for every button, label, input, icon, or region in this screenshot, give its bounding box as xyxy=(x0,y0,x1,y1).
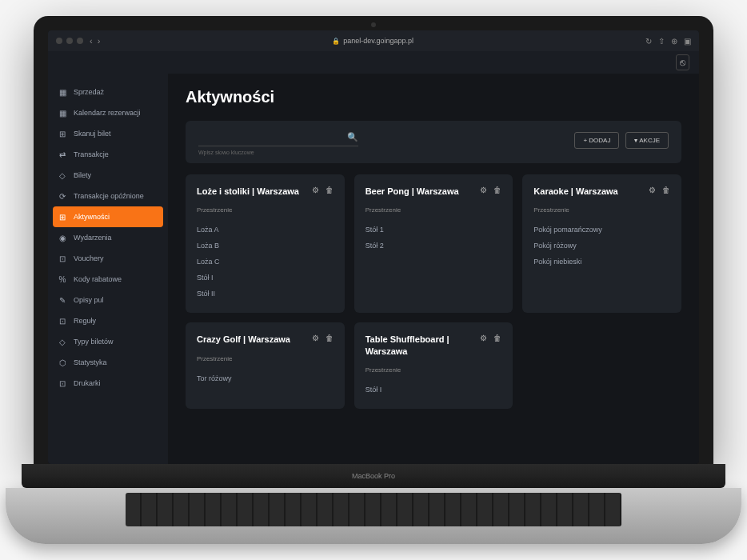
space-item[interactable]: Loża A xyxy=(197,222,334,238)
trash-icon[interactable]: 🗑 xyxy=(493,186,501,194)
add-button[interactable]: + DODAJ xyxy=(574,132,619,149)
sidebar-item-3[interactable]: ⇄Transakcje xyxy=(48,144,168,165)
sidebar-item-label: Statystyka xyxy=(74,358,107,366)
activity-card: Table Shuffleboard | Warszawa⚙🗑Przestrze… xyxy=(354,322,513,409)
tabs-icon[interactable]: ▣ xyxy=(684,37,691,46)
laptop-hinge: MacBook Pro xyxy=(22,464,725,488)
sidebar-icon: ⬡ xyxy=(58,358,67,367)
browser-chrome: ‹ › 🔒 panel-dev.goingapp.pl ↻ ⇧ ⊕ ▣ xyxy=(48,30,699,51)
sidebar-icon: ◉ xyxy=(58,233,67,242)
space-item[interactable]: Pokój pomarańczowy xyxy=(533,222,670,238)
trash-icon[interactable]: 🗑 xyxy=(326,334,334,342)
space-item[interactable]: Stół I xyxy=(366,382,502,398)
sidebar-icon: ◇ xyxy=(58,170,67,180)
sidebar-item-11[interactable]: ⊡Reguły xyxy=(48,310,168,331)
sidebar-item-9[interactable]: %Kody rabatowe xyxy=(48,269,168,290)
gear-icon[interactable]: ⚙ xyxy=(312,334,319,342)
space-item[interactable]: Loża C xyxy=(197,254,334,270)
sidebar-item-label: Kody rabatowe xyxy=(74,275,122,283)
back-button[interactable]: ‹ xyxy=(90,36,93,46)
sidebar-item-2[interactable]: ⊞Skanuj bilet xyxy=(48,123,168,144)
device-label: MacBook Pro xyxy=(352,472,395,480)
sidebar-item-label: Aktywności xyxy=(74,213,110,221)
sidebar-item-label: Vouchery xyxy=(74,254,104,262)
card-title: Table Shuffleboard | Warszawa xyxy=(366,334,481,357)
url-text: panel-dev.goingapp.pl xyxy=(343,37,413,45)
sidebar-item-label: Skanuj bilet xyxy=(74,130,111,138)
activity-card: Loże i stoliki | Warszawa⚙🗑PrzestrzenieL… xyxy=(186,174,345,313)
sidebar-item-10[interactable]: ✎Opisy pul xyxy=(48,290,168,310)
gear-icon[interactable]: ⚙ xyxy=(312,186,319,194)
space-item[interactable]: Stół 2 xyxy=(366,238,502,254)
sidebar-item-12[interactable]: ◇Typy biletów xyxy=(48,331,168,352)
sidebar-item-label: Drukarki xyxy=(74,379,101,387)
laptop-frame: ‹ › 🔒 panel-dev.goingapp.pl ↻ ⇧ ⊕ ▣ ⎋ ▦S… xyxy=(34,16,713,464)
sidebar-icon: ⊞ xyxy=(58,212,67,222)
card-title: Loże i stoliki | Warszawa xyxy=(197,186,299,197)
space-item[interactable]: Pokój niebieski xyxy=(533,254,670,270)
gear-icon[interactable]: ⚙ xyxy=(480,334,487,342)
sidebar-icon: ⊡ xyxy=(58,378,67,388)
cards-grid: Loże i stoliki | Warszawa⚙🗑PrzestrzenieL… xyxy=(186,174,681,409)
sidebar-item-13[interactable]: ⬡Statystyka xyxy=(48,352,168,373)
activity-card: Karaoke | Warszawa⚙🗑PrzestrzeniePokój po… xyxy=(522,174,681,313)
search-hint: Wpisz słowo kluczowe xyxy=(198,150,358,155)
space-item[interactable]: Stół 1 xyxy=(366,222,502,238)
search-input-wrap[interactable]: 🔍 xyxy=(198,132,358,146)
sidebar-icon: ⊡ xyxy=(58,316,67,326)
sidebar-item-6[interactable]: ⊞Aktywności xyxy=(53,206,163,227)
toolbar: 🔍 Wpisz słowo kluczowe + DODAJ ▾ AKCJE xyxy=(186,121,681,163)
spaces-label: Przestrzenie xyxy=(366,206,502,214)
gear-icon[interactable]: ⚙ xyxy=(649,186,656,194)
trash-icon[interactable]: 🗑 xyxy=(493,334,501,342)
sidebar-icon: ⟳ xyxy=(58,191,67,201)
sidebar-item-label: Transakcje xyxy=(74,150,109,158)
space-item[interactable]: Stół II xyxy=(197,286,334,302)
sidebar-icon: ⊞ xyxy=(58,129,67,138)
search-icon: 🔍 xyxy=(347,132,358,142)
space-item[interactable]: Stół I xyxy=(197,270,334,286)
main-content: Aktywności 🔍 Wpisz słowo kluczowe + DODA… xyxy=(168,74,699,464)
activity-card: Beer Pong | Warszawa⚙🗑PrzestrzenieStół 1… xyxy=(354,174,513,313)
forward-button[interactable]: › xyxy=(98,36,101,46)
lock-icon: 🔒 xyxy=(332,38,340,45)
camera xyxy=(371,22,376,27)
sidebar-item-0[interactable]: ▦Sprzedaż xyxy=(48,82,168,102)
sidebar: ▦Sprzedaż▦Kalendarz rezerwacji⊞Skanuj bi… xyxy=(48,74,168,464)
share-icon[interactable]: ⇧ xyxy=(658,37,665,46)
space-item[interactable]: Tor różowy xyxy=(197,370,334,386)
sidebar-icon: % xyxy=(58,274,67,284)
spaces-label: Przestrzenie xyxy=(197,355,334,362)
sidebar-item-14[interactable]: ⊡Drukarki xyxy=(48,373,168,394)
card-title: Karaoke | Warszawa xyxy=(533,186,617,197)
new-tab-icon[interactable]: ⊕ xyxy=(671,37,677,46)
spaces-label: Przestrzenie xyxy=(533,206,670,214)
sidebar-item-label: Wydarzenia xyxy=(74,234,111,242)
trash-icon[interactable]: 🗑 xyxy=(326,186,334,194)
sidebar-icon: ▦ xyxy=(58,108,67,118)
sidebar-item-label: Sprzedaż xyxy=(74,88,104,96)
window-controls[interactable] xyxy=(56,38,83,44)
refresh-icon[interactable]: ↻ xyxy=(645,37,652,46)
sidebar-icon: ⊡ xyxy=(58,254,67,263)
sidebar-item-label: Opisy pul xyxy=(74,296,104,304)
sidebar-icon: ◇ xyxy=(58,337,67,346)
sidebar-item-5[interactable]: ⟳Transakcje opóźnione xyxy=(48,186,168,206)
sidebar-item-4[interactable]: ◇Bilety xyxy=(48,165,168,186)
actions-button[interactable]: ▾ AKCJE xyxy=(625,132,669,149)
screen: ‹ › 🔒 panel-dev.goingapp.pl ↻ ⇧ ⊕ ▣ ⎋ ▦S… xyxy=(48,30,699,464)
search-input[interactable] xyxy=(198,134,347,142)
sidebar-item-label: Reguły xyxy=(74,317,96,325)
sidebar-item-8[interactable]: ⊡Vouchery xyxy=(48,248,168,269)
space-item[interactable]: Loża B xyxy=(197,238,334,254)
sidebar-item-1[interactable]: ▦Kalendarz rezerwacji xyxy=(48,102,168,123)
laptop-keyboard xyxy=(6,488,741,544)
gear-icon[interactable]: ⚙ xyxy=(480,186,487,194)
logout-icon[interactable]: ⎋ xyxy=(676,54,689,70)
spaces-label: Przestrzenie xyxy=(197,206,334,214)
space-item[interactable]: Pokój różowy xyxy=(533,238,670,254)
trash-icon[interactable]: 🗑 xyxy=(662,186,670,194)
address-bar[interactable]: 🔒 panel-dev.goingapp.pl xyxy=(106,37,639,45)
sidebar-item-7[interactable]: ◉Wydarzenia xyxy=(48,227,168,248)
app-topbar: ⎋ xyxy=(48,51,699,74)
